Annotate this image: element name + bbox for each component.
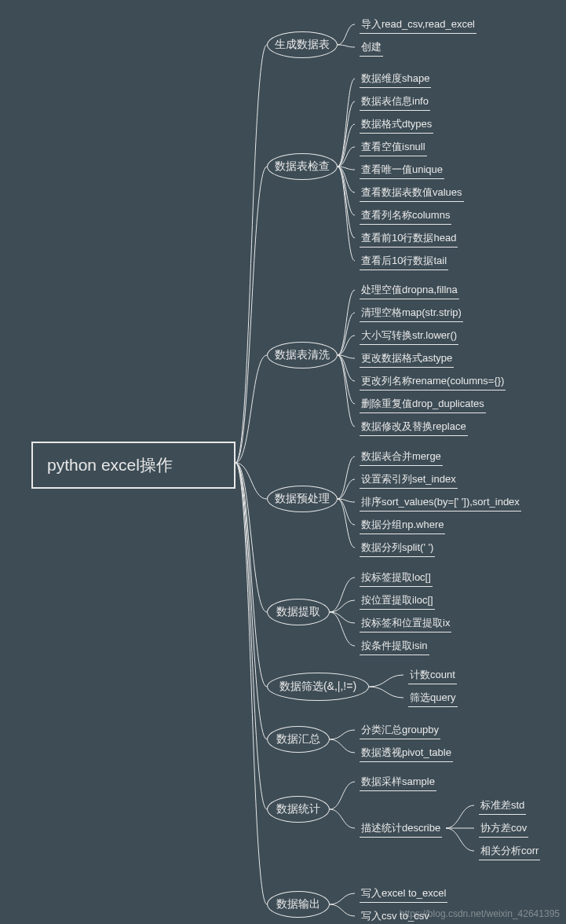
- leaf-b5-1: 筛选query: [408, 691, 458, 707]
- branch-b4: 数据提取: [267, 599, 330, 625]
- branch-b1: 数据表检查: [267, 153, 338, 180]
- leaf-b1-5: 查看数据表数值values: [360, 185, 464, 202]
- root-node: python excel操作: [31, 442, 236, 489]
- leaf-b1-0: 数据维度shape: [360, 72, 431, 88]
- leaf-b2-6: 数据修改及替换replace: [360, 420, 468, 436]
- branch-b6: 数据汇总: [267, 726, 330, 753]
- branch-b0: 生成数据表: [267, 31, 338, 58]
- leaf-b2-1: 清理空格map(str.strip): [360, 306, 463, 322]
- leaf-b1-8: 查看后10行数据tail: [360, 254, 448, 270]
- leaf-b7-1: 描述统计describe: [360, 821, 442, 838]
- leaf-b5-0: 计数count: [408, 668, 457, 684]
- leaf-b0-1: 创建: [360, 40, 383, 57]
- leaf-b6-1: 数据透视pivot_table: [360, 746, 453, 762]
- leaf-b3-3: 数据分组np.where: [360, 518, 445, 534]
- watermark-text: https://blog.csdn.net/weixin_42641395: [400, 908, 560, 919]
- branch-b3: 数据预处理: [267, 486, 338, 512]
- leaf-b7-0: 数据采样sample: [360, 775, 436, 791]
- leaf-b3-1: 设置索引列set_index: [360, 472, 458, 489]
- subleaf-b7-1-0: 标准差std: [479, 798, 526, 815]
- branch-b8: 数据输出: [267, 891, 330, 918]
- leaf-b4-2: 按标签和位置提取ix: [360, 616, 451, 632]
- leaf-b4-3: 按条件提取isin: [360, 639, 429, 655]
- branch-b2: 数据表清洗: [267, 342, 338, 368]
- leaf-b8-0: 写入excel to_excel: [360, 886, 447, 903]
- subleaf-b7-1-1: 协方差cov: [479, 821, 528, 838]
- leaf-b0-0: 导入read_csv,read_excel: [360, 17, 477, 34]
- leaf-b2-3: 更改数据格式astype: [360, 351, 454, 368]
- leaf-b6-0: 分类汇总groupby: [360, 723, 440, 739]
- leaf-b3-2: 排序sort_values(by=[' ']),sort_index: [360, 495, 521, 512]
- leaf-b1-2: 数据格式dtypes: [360, 117, 433, 134]
- leaf-b1-1: 数据表信息info: [360, 94, 430, 111]
- leaf-b2-4: 更改列名称rename(columns={}): [360, 374, 506, 390]
- leaf-b2-2: 大小写转换str.lower(): [360, 328, 458, 345]
- leaf-b4-1: 按位置提取iloc[]: [360, 593, 435, 610]
- leaf-b2-0: 处理空值dropna,fillna: [360, 283, 459, 299]
- leaf-b2-5: 删除重复值drop_duplicates: [360, 397, 486, 413]
- subleaf-b7-1-2: 相关分析corr: [479, 844, 540, 860]
- leaf-b3-4: 数据分列split(' '): [360, 541, 435, 557]
- leaf-b1-3: 查看空值isnull: [360, 140, 427, 156]
- branch-b7: 数据统计: [267, 796, 330, 823]
- leaf-b1-4: 查看唯一值unique: [360, 163, 444, 179]
- leaf-b1-7: 查看前10行数据head: [360, 231, 458, 248]
- branch-b5: 数据筛选(&,|,!=): [267, 673, 369, 701]
- leaf-b4-0: 按标签提取loc[]: [360, 570, 433, 587]
- leaf-b3-0: 数据表合并merge: [360, 449, 443, 466]
- leaf-b1-6: 查看列名称columns: [360, 208, 451, 225]
